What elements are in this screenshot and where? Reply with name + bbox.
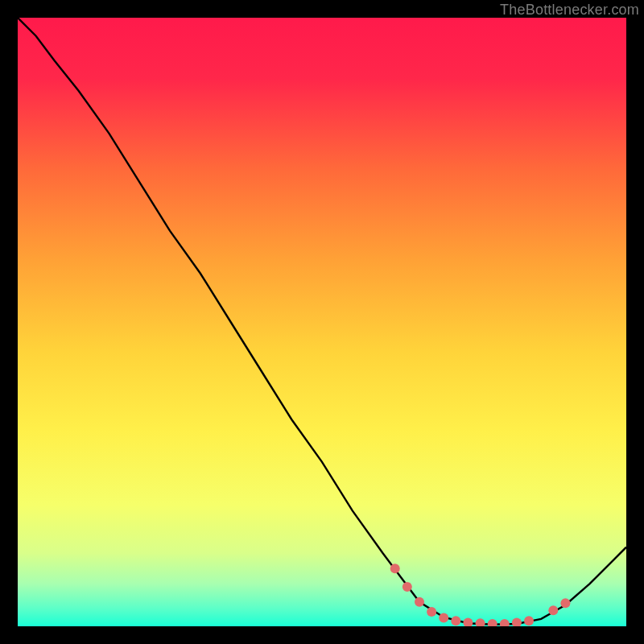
sweet-spot-dot [451,616,460,625]
sweet-spot-dot [390,564,400,573]
sweet-spot-dot [402,582,412,592]
sweet-spot-dot [415,597,424,607]
sweet-spot-dot [439,613,448,622]
sweet-spot-dot [427,607,436,617]
sweet-spot-dot [560,598,570,608]
watermark-text: TheBottlenecker.com [500,2,639,19]
chart-background [18,18,626,626]
bottleneck-chart [18,18,626,626]
chart-stage: TheBottlenecker.com [0,0,644,644]
sweet-spot-dot [524,616,534,625]
sweet-spot-dot [548,605,558,615]
